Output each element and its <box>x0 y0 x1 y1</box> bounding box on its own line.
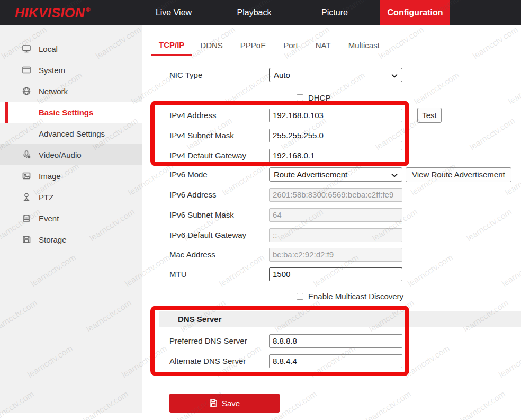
nav-configuration[interactable]: Configuration <box>380 0 450 25</box>
sidebar-item-label: Storage <box>39 235 67 244</box>
sidebar-item-video-audio[interactable]: Video/Audio <box>0 144 142 165</box>
sidebar-item-ptz[interactable]: PTZ <box>0 186 142 208</box>
sidebar-item-label: Local <box>39 44 58 53</box>
ipv6-mode-label: IPv6 Mode <box>169 170 269 179</box>
sidebar-item-label: Network <box>39 87 68 96</box>
nav-live-view[interactable]: Live View <box>133 0 214 25</box>
nic-type-label: NIC Type <box>169 70 269 79</box>
dns-server-title: DNS Server <box>178 315 222 324</box>
save-floppy-icon <box>209 399 218 407</box>
mac-address-input <box>269 248 402 262</box>
preferred-dns-label: Preferred DNS Server <box>169 336 269 345</box>
ipv4-subnet-mask-label: IPv4 Subnet Mask <box>169 131 269 140</box>
nic-type-value: Auto <box>274 70 391 79</box>
sidebar-item-event[interactable]: Event <box>0 208 142 229</box>
globe-icon <box>21 86 32 96</box>
tcpip-settings-panel: TCP/IP DDNS PPPoE Port NAT Multicast NIC… <box>142 25 521 420</box>
ipv6-default-gateway-input <box>269 228 402 242</box>
save-button[interactable]: Save <box>169 394 280 413</box>
ipv4-address-input[interactable] <box>269 109 402 122</box>
sidebar-item-image[interactable]: Image <box>0 165 142 186</box>
tab-pppoe[interactable]: PPPoE <box>240 41 266 56</box>
sidebar: Local System Network Basic Settings Adva… <box>0 25 142 413</box>
preferred-dns-input[interactable] <box>269 334 402 348</box>
image-icon <box>21 171 32 181</box>
ipv6-address-input <box>269 188 402 202</box>
ptz-camera-icon <box>21 192 32 202</box>
network-tabs: TCP/IP DDNS PPPoE Port NAT Multicast <box>142 37 521 56</box>
hikvision-logo: HIKVISION® <box>15 0 91 25</box>
sidebar-item-label: Video/Audio <box>39 150 82 159</box>
chevron-down-icon <box>391 170 398 179</box>
sidebar-item-basic-settings[interactable]: Basic Settings <box>0 102 142 123</box>
ipv4-default-gateway-label: IPv4 Default Gateway <box>169 151 269 160</box>
calendar-icon <box>21 213 32 224</box>
sidebar-item-label: Advanced Settings <box>39 129 105 138</box>
ipv6-mode-value: Route Advertisement <box>274 170 391 179</box>
sidebar-item-label: Event <box>39 214 59 223</box>
dhcp-label: DHCP <box>308 93 331 102</box>
sidebar-menu: Local System Network Basic Settings Adva… <box>0 38 142 250</box>
ipv4-default-gateway-input[interactable] <box>269 149 402 163</box>
sidebar-item-storage[interactable]: Storage <box>0 229 142 250</box>
tab-ddns[interactable]: DDNS <box>200 41 223 56</box>
dns-server-section-header: DNS Server <box>159 311 521 327</box>
sidebar-item-system[interactable]: System <box>0 59 142 81</box>
sidebar-item-local[interactable]: Local <box>0 38 142 59</box>
multicast-discovery-checkbox[interactable] <box>297 293 303 300</box>
window-icon <box>21 65 32 75</box>
tab-port[interactable]: Port <box>283 41 298 56</box>
ipv4-address-label: IPv4 Address <box>169 111 269 120</box>
sidebar-item-label: Basic Settings <box>39 108 93 117</box>
floppy-icon <box>21 234 32 245</box>
mac-address-label: Mac Address <box>169 250 269 259</box>
ipv6-subnet-mask-input <box>269 208 402 222</box>
ipv6-subnet-mask-label: IPv6 Subnet Mask <box>169 210 269 219</box>
ipv4-subnet-mask-input[interactable] <box>269 129 402 142</box>
test-button[interactable]: Test <box>417 108 442 123</box>
tab-tcpip[interactable]: TCP/IP <box>151 40 192 56</box>
ipv6-mode-select[interactable]: Route Advertisement <box>269 167 402 182</box>
mtu-label: MTU <box>169 270 269 279</box>
chevron-down-icon <box>391 70 398 79</box>
microphone-icon <box>21 149 32 160</box>
dhcp-checkbox[interactable] <box>297 94 303 101</box>
main-nav: Live View Playback Picture Configuration <box>133 0 455 25</box>
alternate-dns-label: Alternate DNS Server <box>169 356 269 365</box>
mtu-input[interactable] <box>269 267 402 281</box>
view-route-advertisement-button[interactable]: View Route Advertisement <box>406 167 511 182</box>
top-nav-bar: HIKVISION® Live View Playback Picture Co… <box>0 0 521 25</box>
sidebar-item-label: Image <box>39 172 61 181</box>
multicast-discovery-label: Enable Multicast Discovery <box>308 292 403 301</box>
monitor-icon <box>21 43 32 54</box>
sidebar-item-advanced-settings[interactable]: Advanced Settings <box>0 123 142 144</box>
nav-picture[interactable]: Picture <box>294 0 375 25</box>
sidebar-item-label: PTZ <box>39 193 53 202</box>
save-button-label: Save <box>222 399 240 408</box>
page: HIKVISION® Live View Playback Picture Co… <box>0 0 521 420</box>
sidebar-item-label: System <box>39 66 65 75</box>
registered-mark: ® <box>86 6 91 13</box>
nic-type-select[interactable]: Auto <box>269 68 402 82</box>
sidebar-item-network[interactable]: Network <box>0 81 142 102</box>
nav-playback[interactable]: Playback <box>214 0 294 25</box>
ipv6-address-label: IPv6 Address <box>169 190 269 199</box>
ipv6-default-gateway-label: IPv6 Default Gateway <box>169 230 269 239</box>
active-indicator-bar <box>5 102 8 123</box>
tab-nat[interactable]: NAT <box>316 41 331 56</box>
logo-text: HIKVISION <box>15 5 85 21</box>
alternate-dns-input[interactable] <box>269 354 402 368</box>
tab-multicast[interactable]: Multicast <box>348 41 380 56</box>
